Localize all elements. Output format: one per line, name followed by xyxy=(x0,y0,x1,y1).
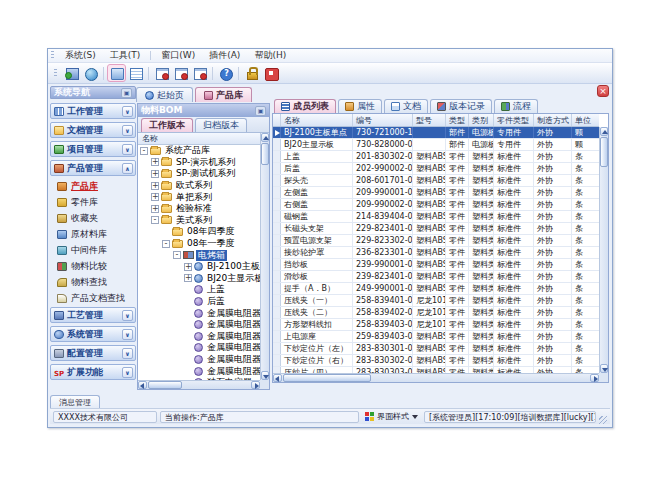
open-folder-icon[interactable] xyxy=(108,65,125,81)
tree-item[interactable]: BJ20主显示板 xyxy=(138,273,260,285)
tab-product-library[interactable]: 产品库 xyxy=(195,87,252,102)
table-row[interactable]: 下纱定位片（左） 283-830301-00I 塑料ABS 零件 塑料类 标准件… xyxy=(273,343,599,355)
tree-item[interactable]: 金属膜电阻器 xyxy=(138,354,260,366)
sidebar-item-material-compare[interactable]: 物料比较 xyxy=(57,259,136,274)
section-chevron-icon[interactable] xyxy=(122,310,133,321)
sidebar-item-material-search[interactable]: 物料查找 xyxy=(57,275,136,290)
help-icon[interactable] xyxy=(217,65,234,81)
globe-icon[interactable] xyxy=(82,65,99,81)
sidebar-item-product-library[interactable]: 产品库 xyxy=(57,179,136,194)
sidebar-section-product-mgmt[interactable]: 产品管理 xyxy=(50,160,136,176)
tree-column-header[interactable]: 名称 xyxy=(138,133,260,145)
tree-item[interactable]: SP-演示机系列 xyxy=(138,157,260,169)
menubar-grip[interactable] xyxy=(51,51,54,60)
table-row[interactable]: 滑纱板 239-823401-00I 塑料ABS 零件 塑料类 标准件 外协 条 xyxy=(273,271,599,283)
message-manager-tab[interactable]: 消息管理 xyxy=(50,395,100,408)
table-row[interactable]: 后盖 202-990002-01I 塑料ABS 零件 塑料类 标准件 外协 条 xyxy=(273,163,599,175)
bom-vertical-scrollbar[interactable] xyxy=(260,133,269,380)
column-header[interactable]: 名称 xyxy=(281,114,353,126)
scroll-right-button[interactable] xyxy=(251,381,260,389)
tree-item[interactable]: 欧式系列 xyxy=(138,180,260,192)
tab-archived-version[interactable]: 归档版本 xyxy=(195,118,247,132)
table-row[interactable]: 上电源座 259-839403-00I 塑料ABS 零件 塑料类 标准件 外协 … xyxy=(273,331,599,343)
table-row[interactable]: 右侧盖 209-990002-01I 塑料ABS 零件 塑料类 标准件 外协 条 xyxy=(273,199,599,211)
resize-grip[interactable] xyxy=(599,416,607,424)
tree-item[interactable]: 上盖 xyxy=(138,284,260,296)
workspace-icon[interactable] xyxy=(63,65,80,81)
scroll-right-button[interactable] xyxy=(590,374,599,382)
tree-toggle-icon[interactable] xyxy=(151,216,159,224)
tab-properties[interactable]: 属性 xyxy=(338,99,382,113)
bom-horizontal-scrollbar[interactable] xyxy=(138,380,260,389)
tree-item[interactable]: 金属膜电阻器 xyxy=(138,331,260,343)
bom-window-icon-3[interactable] xyxy=(191,65,208,81)
table-row[interactable]: 探头壳 208-601701-01I 塑料ABS 零件 塑料类 标准件 外协 条 xyxy=(273,175,599,187)
tree-toggle-icon[interactable] xyxy=(151,193,159,201)
sidebar-section-document-mgmt[interactable]: 文档管理 xyxy=(50,122,136,138)
table-row[interactable]: 上盖 201-830302-00I 塑料ABS 零件 塑料类 标准件 外协 条 xyxy=(273,151,599,163)
tab-documents[interactable]: 文档 xyxy=(384,99,428,113)
tree-item[interactable]: 单把系列 xyxy=(138,191,260,203)
sidebar-item-product-doc-search[interactable]: 产品文档查找 xyxy=(57,291,136,306)
datasheet-icon[interactable] xyxy=(127,65,144,81)
sidebar-section-process-mgmt[interactable]: 工艺管理 xyxy=(50,307,136,323)
column-header[interactable]: 型号 xyxy=(413,114,446,126)
sidebar-item-intermediate-library[interactable]: 中间件库 xyxy=(57,243,136,258)
sidebar-section-system-mgmt[interactable]: 系统管理 xyxy=(50,326,136,342)
menu-tools[interactable]: 工具(T) xyxy=(103,49,148,62)
lock-icon[interactable] xyxy=(243,65,260,81)
column-header[interactable]: 类别 xyxy=(469,114,494,126)
sidebar-section-config-mgmt[interactable]: 配置管理 xyxy=(50,345,136,361)
table-row[interactable]: BJ20主显示板 730-828000-04I 部件 电源板 专用件 外协 颗 xyxy=(273,139,599,151)
table-row[interactable]: 下纱定位片（右） 283-830302-00I 塑料ABS 零件 塑料类 标准件… xyxy=(273,355,599,367)
menu-help[interactable]: 帮助(H) xyxy=(247,49,293,62)
tree-toggle-icon[interactable] xyxy=(184,274,192,282)
table-vertical-scrollbar[interactable] xyxy=(599,127,608,373)
column-header[interactable]: 类型 xyxy=(446,114,469,126)
sidebar-item-favorites[interactable]: 收藏夹 xyxy=(57,211,136,226)
tree-item[interactable]: 后盖 xyxy=(138,296,260,308)
exit-icon[interactable] xyxy=(262,65,279,81)
table-row[interactable]: 长磁头支架 229-823401-00I 塑料ABS 零件 塑料类 标准件 外协… xyxy=(273,223,599,235)
sidebar-section-extensions[interactable]: 扩展功能 xyxy=(50,364,136,380)
tree-toggle-icon[interactable] xyxy=(173,251,181,259)
table-row[interactable]: 接纱轮护罩 236-823301-00I 塑料ABS 零件 塑料类 标准件 外协… xyxy=(273,247,599,259)
tree-toggle-icon[interactable] xyxy=(184,263,192,271)
menu-plugins[interactable]: 插件(A) xyxy=(202,49,247,62)
table-row[interactable]: 方形塑料线扣 258-839403-00I 尼龙1010 零件 塑料类 标准件 … xyxy=(273,319,599,331)
tree-toggle-icon[interactable] xyxy=(151,158,159,166)
scroll-up-button[interactable] xyxy=(600,127,608,136)
tree-item[interactable]: 美式系列 xyxy=(138,215,260,227)
table-row[interactable]: 磁钢盖 214-839404-01I 塑料ABS 零件 塑料类 标准件 外协 条 xyxy=(273,211,599,223)
table-horizontal-scrollbar[interactable] xyxy=(273,373,599,382)
close-tab-button[interactable]: × xyxy=(597,85,609,97)
table-row[interactable]: 压线夹（一） 258-839401-00I 尼龙1010 零件 塑料类 标准件 … xyxy=(273,295,599,307)
tree-toggle-icon[interactable] xyxy=(162,240,170,248)
tree-item[interactable]: 金属膜电阻器 xyxy=(138,307,260,319)
column-header[interactable]: 制造方式 xyxy=(534,114,572,126)
column-header[interactable]: 编号 xyxy=(353,114,413,126)
menu-window[interactable]: 窗口(W) xyxy=(154,49,202,62)
scroll-up-button[interactable] xyxy=(261,133,269,142)
section-chevron-icon[interactable] xyxy=(122,163,133,174)
sidebar-section-project-mgmt[interactable]: 项目管理 xyxy=(50,141,136,157)
scroll-down-button[interactable] xyxy=(261,371,269,380)
tree-toggle-icon[interactable] xyxy=(151,205,159,213)
bom-window-icon-1[interactable] xyxy=(153,65,170,81)
scroll-down-button[interactable] xyxy=(600,364,608,373)
tree-item[interactable]: 金属膜电阻器 xyxy=(138,342,260,354)
tree-item[interactable]: 电烤箱 xyxy=(138,249,260,261)
tab-start-page[interactable]: 起始页 xyxy=(136,87,193,102)
section-chevron-icon[interactable] xyxy=(122,125,133,136)
column-header[interactable]: 单位 xyxy=(572,114,599,126)
sidebar-menu-button[interactable]: ▣ xyxy=(121,88,132,98)
ui-style-button[interactable]: 界面样式 xyxy=(362,411,421,422)
tree-item[interactable]: 08年一季度 xyxy=(138,238,260,250)
sidebar-section-work-mgmt[interactable]: 工作管理 xyxy=(50,103,136,119)
tab-member-list[interactable]: 成员列表 xyxy=(274,99,336,113)
tab-working-version[interactable]: 工作版本 xyxy=(141,118,193,132)
tree-toggle-icon[interactable] xyxy=(151,170,159,178)
section-chevron-icon[interactable] xyxy=(122,106,133,117)
section-chevron-icon[interactable] xyxy=(122,329,133,340)
tree-toggle-icon[interactable] xyxy=(140,147,148,155)
